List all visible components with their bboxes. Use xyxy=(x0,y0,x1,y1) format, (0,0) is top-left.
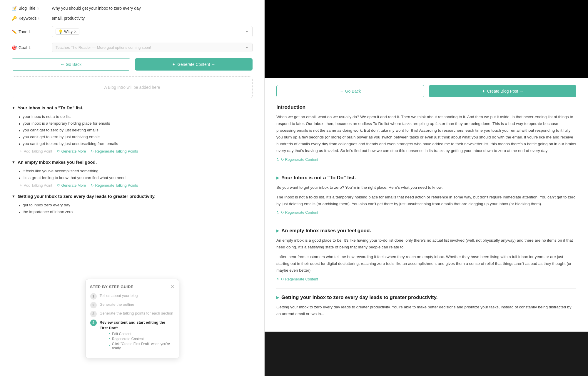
bullet-dot xyxy=(19,143,20,145)
right-top-black xyxy=(265,0,588,78)
tone-emoji: 💡 xyxy=(58,29,63,34)
section-3-bullets: get to inbox zero every day the importan… xyxy=(12,202,253,215)
step-guide-popup: Step-by-step guide ✕ 1 Tell us about you… xyxy=(85,279,179,358)
generate-label: Generate Content → xyxy=(177,62,215,67)
inbox-not-todo-body-2: The Inbox is not a to-do list. It's a te… xyxy=(276,194,576,208)
list-item: you can't get to zero by just unsubscrib… xyxy=(12,140,253,147)
divider-2 xyxy=(276,222,576,222)
guide-close-button[interactable]: ✕ xyxy=(171,284,174,290)
greater-productivity-title[interactable]: ▶ Getting your Inbox to zero every day l… xyxy=(276,295,576,300)
list-item: your inbox is a temporary holding place … xyxy=(12,120,253,127)
goal-row: 🎯 Goal ℹ Teaches The Reader — More goal … xyxy=(12,43,253,52)
list-item: you can't get to zero by just archiving … xyxy=(12,133,253,140)
tone-chevron-icon: ▼ xyxy=(245,30,249,34)
bullet-dot xyxy=(19,123,20,125)
guide-step-3: 3 Generate the talking points for each s… xyxy=(90,311,174,317)
plus-icon: ＋ xyxy=(19,183,23,188)
inbox-regenerate-label: ↻ Regenerate Content xyxy=(281,210,318,215)
outline-section-2: ▼ An empty Inbox makes you feel good. it… xyxy=(12,160,253,188)
section-1-generate-more[interactable]: ↺ Generate More xyxy=(57,149,86,154)
introduction-body: When we get an email, what do we usually… xyxy=(276,114,576,154)
right-panel: ← Go Back ✦ Create Blog Post → Introduct… xyxy=(265,0,588,376)
right-content: ← Go Back ✦ Create Blog Post → Introduct… xyxy=(265,78,588,332)
divider-1 xyxy=(276,169,576,169)
step-3-number: 3 xyxy=(90,311,97,317)
step-2-number: 2 xyxy=(90,302,97,308)
generate-content-button[interactable]: ✦ Generate Content → xyxy=(135,58,253,71)
step-4-content: Review content and start editing the Fir… xyxy=(100,320,174,351)
bullet-dot xyxy=(19,171,20,172)
guide-header: Step-by-step guide ✕ xyxy=(90,284,174,290)
greater-productivity-body-1: Getting your inbox to zero every day lea… xyxy=(276,304,576,317)
introduction-regenerate-link[interactable]: ↻ ↻ Regenerate Content xyxy=(276,157,576,162)
empty-inbox-regenerate-link[interactable]: ↻ ↻ Regenerate Content xyxy=(276,277,576,281)
goal-label: 🎯 Goal ℹ xyxy=(12,45,47,50)
tone-row: ✏️ Tone ℹ 💡 Witty ✕ ▼ xyxy=(12,26,253,37)
blog-title-icon: 📝 xyxy=(12,6,17,11)
empty-inbox-title[interactable]: ▶ An empty Inbox makes you feel good. xyxy=(276,228,576,234)
regenerate-icon: ↻ xyxy=(91,149,94,153)
goal-info-icon[interactable]: ℹ xyxy=(29,46,31,50)
goal-icon: 🎯 xyxy=(12,45,17,50)
greater-productivity-section: ▶ Getting your Inbox to zero every day l… xyxy=(276,295,576,317)
step-2-label: Generate the outline xyxy=(100,302,134,307)
keywords-value: email, productivity xyxy=(52,16,253,21)
guide-step-2: 2 Generate the outline xyxy=(90,302,174,308)
section-2-generate-more[interactable]: ↺ Generate More xyxy=(57,183,86,188)
generate-icon: ✦ xyxy=(172,62,176,67)
generate-more-icon: ↺ xyxy=(57,149,60,153)
bullet-dot xyxy=(19,130,20,131)
list-item: it's a great feeling to know that you ca… xyxy=(12,174,253,181)
inbox-not-todo-regenerate-link[interactable]: ↻ ↻ Regenerate Content xyxy=(276,210,576,215)
section-2-add-talking-point[interactable]: ＋ Add Talking Point xyxy=(19,183,52,188)
right-go-back-button[interactable]: ← Go Back xyxy=(276,85,424,97)
step-subitem-1: Edit Content xyxy=(109,332,174,336)
create-blog-post-button[interactable]: ✦ Create Blog Post → xyxy=(429,85,576,97)
empty-inbox-section: ▶ An empty Inbox makes you feel good. An… xyxy=(276,228,576,281)
inbox-not-todo-body-1: So you want to get your inbox to zero? Y… xyxy=(276,184,576,191)
goal-placeholder: Teaches The Reader — More goal options c… xyxy=(56,45,151,50)
section-1-header[interactable]: ▼ Your Inbox is not a "To Do" list. xyxy=(12,105,253,110)
step-1-number: 1 xyxy=(90,293,97,300)
go-back-button[interactable]: ← Go Back xyxy=(12,58,130,71)
blog-title-value: Why you should get your inbox to zero ev… xyxy=(52,6,253,11)
step-subitem-3: Click "Create First Draft" when you're r… xyxy=(109,342,174,350)
section-2-actions: ＋ Add Talking Point ↺ Generate More ↻ Re… xyxy=(12,183,253,188)
step-3-label: Generate the talking points for each sec… xyxy=(100,311,173,316)
section-1-toggle-icon: ▼ xyxy=(12,106,15,110)
blog-title-info-icon[interactable]: ℹ xyxy=(37,6,39,10)
section-2-header[interactable]: ▼ An empty Inbox makes you feel good. xyxy=(12,160,253,165)
empty-inbox-body-2: I often hear from customers who tell me … xyxy=(276,254,576,274)
section-2-bullets: it feels like you've accomplished someth… xyxy=(12,168,253,181)
section-2-regenerate[interactable]: ↻ Regenerate Talking Points xyxy=(91,183,138,188)
tone-remove-button[interactable]: ✕ xyxy=(74,30,77,34)
section-2-title: An empty Inbox makes you feel good. xyxy=(18,160,97,165)
outline-section-3: ▼ Getting your Inbox to zero every day l… xyxy=(12,194,253,215)
section-2-toggle-icon: ▼ xyxy=(12,160,15,164)
keywords-label: 🔑 Keywords ℹ xyxy=(12,16,47,21)
step-1-label: Tell us about your blog xyxy=(100,293,138,298)
list-item: your inbox is not a to do list xyxy=(12,113,253,120)
plus-icon: ＋ xyxy=(19,149,23,154)
guide-step-1: 1 Tell us about your blog xyxy=(90,293,174,300)
go-back-label: ← Go Back xyxy=(60,62,81,67)
tone-input[interactable]: 💡 Witty ✕ ▼ xyxy=(52,26,253,37)
greater-productivity-caret-icon: ▶ xyxy=(276,295,279,300)
step-4-subitems: Edit Content Regenerate Content Click "C… xyxy=(100,332,174,350)
section-1-add-talking-point[interactable]: ＋ Add Talking Point xyxy=(19,149,52,154)
step-4-number: 4 xyxy=(90,320,97,326)
empty-inbox-body-1: An empty inbox is a good place to be. It… xyxy=(276,237,576,251)
goal-input[interactable]: Teaches The Reader — More goal options c… xyxy=(52,43,253,52)
inbox-not-todo-title[interactable]: ▶ Your Inbox is not a "To Do" list. xyxy=(276,175,576,181)
generate-more-icon: ↺ xyxy=(57,183,60,188)
inbox-regenerate-icon: ↻ xyxy=(276,210,280,215)
section-1-regenerate[interactable]: ↻ Regenerate Talking Points xyxy=(91,149,138,154)
section-3-header[interactable]: ▼ Getting your Inbox to zero every day l… xyxy=(12,194,253,199)
create-post-check-icon: ✦ xyxy=(482,89,485,93)
step-subitem-2: Regenerate Content xyxy=(109,337,174,341)
keywords-info-icon[interactable]: ℹ xyxy=(38,16,40,20)
bullet-dot xyxy=(19,137,20,138)
blog-title-row: 📝 Blog Title ℹ Why you should get your i… xyxy=(12,6,253,11)
introduction-regenerate-label: ↻ Regenerate Content xyxy=(281,157,318,162)
tone-info-icon[interactable]: ℹ xyxy=(29,30,31,34)
